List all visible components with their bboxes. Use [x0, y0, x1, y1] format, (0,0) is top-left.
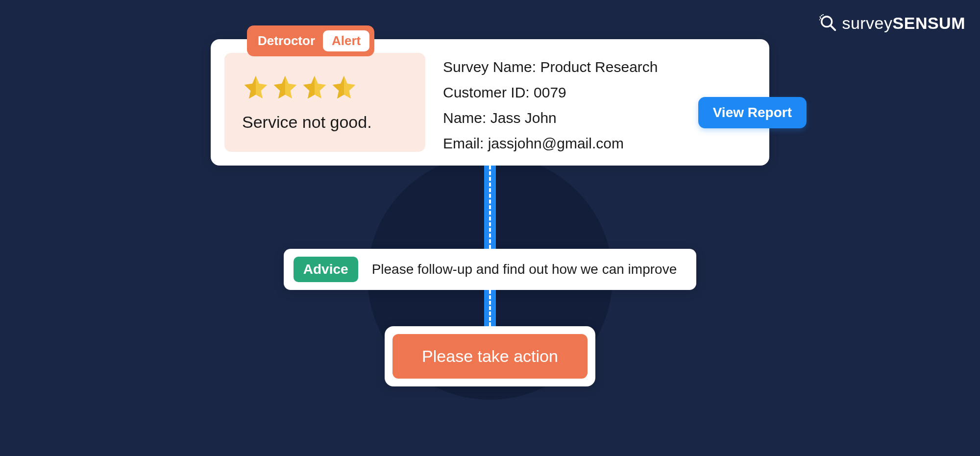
dashed-line-icon: [489, 290, 491, 326]
rating-stars: [242, 73, 408, 101]
dashed-line-icon: [489, 166, 491, 249]
take-action-button[interactable]: Please take action: [392, 334, 588, 379]
svg-point-3: [821, 15, 823, 16]
svg-point-5: [820, 18, 822, 19]
customer-email-row: Email: jassjohn@gmail.com: [443, 135, 756, 152]
flow-connector: [484, 290, 496, 326]
detractor-pill: Detroctor Alert: [247, 25, 374, 56]
star-icon: [301, 73, 328, 101]
alert-flow: Detroctor Alert Service not good. Survey…: [211, 39, 769, 386]
feedback-box: Service not good.: [224, 53, 425, 152]
brand-logo: surveySENSUM: [819, 14, 965, 33]
svg-point-4: [819, 19, 820, 21]
action-card: Please take action: [385, 326, 595, 386]
star-icon: [242, 73, 270, 101]
star-icon: [271, 73, 299, 101]
feedback-text: Service not good.: [242, 113, 408, 132]
survey-name-row: Survey Name: Product Research: [443, 59, 756, 75]
advice-card: Advice Please follow-up and find out how…: [284, 249, 696, 290]
detractor-label: Detroctor: [258, 33, 315, 48]
svg-point-6: [823, 14, 824, 15]
alert-chip: Alert: [323, 30, 369, 51]
advice-chip: Advice: [294, 257, 358, 282]
flow-connector: [484, 166, 496, 249]
brand-name: surveySENSUM: [842, 14, 965, 33]
alert-card: Detroctor Alert Service not good. Survey…: [211, 39, 769, 166]
magnifier-dots-icon: [819, 14, 838, 33]
svg-point-2: [820, 16, 821, 18]
star-icon: [330, 73, 358, 101]
svg-line-1: [831, 25, 835, 30]
view-report-button[interactable]: View Report: [698, 97, 807, 128]
advice-text: Please follow-up and find out how we can…: [372, 262, 677, 277]
